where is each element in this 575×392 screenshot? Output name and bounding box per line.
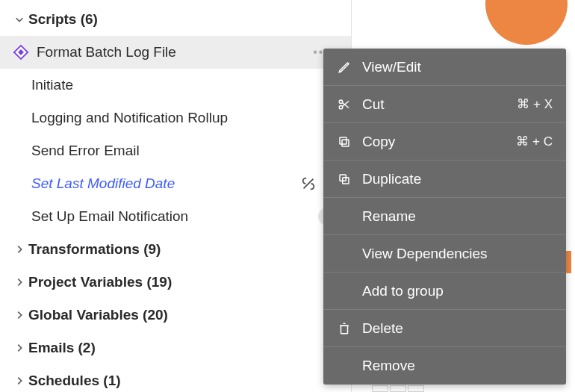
script-diamond-icon xyxy=(13,44,29,60)
menu-label: View Dependencies xyxy=(362,246,553,262)
tree-group-project-vars[interactable]: Project Variables (19) xyxy=(0,266,351,299)
menu-view-edit[interactable]: View/Edit xyxy=(323,49,566,86)
menu-add-to-group[interactable]: Add to group xyxy=(323,273,566,310)
menu-label: Delete xyxy=(362,320,553,337)
chevron-right-icon xyxy=(13,375,25,387)
group-label: Schedules (1) xyxy=(28,373,351,389)
tree-group-transformations[interactable]: Transformations (9) xyxy=(0,233,351,266)
project-tree-sidebar: Scripts (6) Format Batch Log File ••• In… xyxy=(0,0,352,392)
tree-item-logging-rollup[interactable]: Logging and Notification Rollup xyxy=(0,102,351,134)
group-label: Global Variables (20) xyxy=(28,307,351,323)
menu-label: Rename xyxy=(362,208,553,225)
item-label: Initiate xyxy=(31,77,351,93)
menu-duplicate[interactable]: Duplicate xyxy=(323,161,566,198)
item-label: Logging and Notification Rollup xyxy=(31,110,351,126)
svg-rect-11 xyxy=(341,326,348,334)
menu-label: Cut xyxy=(362,96,506,113)
group-label: Emails (2) xyxy=(28,340,351,356)
chevron-right-icon xyxy=(13,243,25,255)
svg-point-4 xyxy=(339,105,343,109)
pencil-icon xyxy=(337,60,352,75)
tree-item-send-error-email[interactable]: Send Error Email xyxy=(0,134,351,167)
trash-icon xyxy=(337,321,352,336)
svg-rect-8 xyxy=(340,137,346,144)
tree-group-schedules[interactable]: Schedules (1) xyxy=(0,364,351,392)
tree-item-initiate[interactable]: Initiate xyxy=(0,69,351,102)
tree-group-emails[interactable]: Emails (2) xyxy=(0,332,351,364)
item-label: Format Batch Log File xyxy=(37,44,351,60)
menu-label: Copy xyxy=(362,134,506,150)
tree-item-set-last-modified[interactable]: Set Last Modified Date N xyxy=(0,167,351,200)
menu-remove[interactable]: Remove xyxy=(323,347,566,385)
chevron-right-icon xyxy=(13,276,25,288)
menu-label: Add to group xyxy=(362,283,553,299)
svg-point-3 xyxy=(339,100,343,104)
scissors-icon xyxy=(337,97,352,112)
menu-label: View/Edit xyxy=(362,59,553,75)
menu-shortcut: ⌘ + C xyxy=(516,134,553,149)
group-label: Scripts (6) xyxy=(28,11,351,28)
item-label: Set Up Email Notification xyxy=(31,208,351,225)
copy-icon xyxy=(337,134,352,149)
bg-cells-decor xyxy=(372,385,424,392)
tree-item-format-batch-log[interactable]: Format Batch Log File ••• xyxy=(0,36,351,69)
svg-rect-7 xyxy=(342,140,349,146)
menu-rename[interactable]: Rename xyxy=(323,198,566,235)
menu-delete[interactable]: Delete xyxy=(323,310,566,347)
menu-copy[interactable]: Copy ⌘ + C xyxy=(323,123,566,161)
tree-item-setup-email-notif[interactable]: Set Up Email Notification 2 xyxy=(0,200,351,233)
item-label: Send Error Email xyxy=(31,143,351,159)
chevron-right-icon xyxy=(13,309,25,321)
chevron-down-icon xyxy=(13,13,25,25)
group-label: Project Variables (19) xyxy=(28,274,351,290)
tree-group-global-vars[interactable]: Global Variables (20) xyxy=(0,299,351,332)
menu-label: Duplicate xyxy=(362,171,553,187)
context-menu: View/Edit Cut ⌘ + X Copy ⌘ + C Duplicate xyxy=(323,49,566,385)
menu-cut[interactable]: Cut ⌘ + X xyxy=(323,86,566,123)
broken-link-icon xyxy=(300,175,317,192)
menu-label: Remove xyxy=(362,358,553,374)
menu-shortcut: ⌘ + X xyxy=(517,96,553,112)
tree-group-scripts[interactable]: Scripts (6) xyxy=(0,3,351,36)
group-label: Transformations (9) xyxy=(28,241,351,258)
duplicate-icon xyxy=(337,172,352,187)
chevron-right-icon xyxy=(13,342,25,354)
menu-view-dependencies[interactable]: View Dependencies xyxy=(323,235,566,273)
